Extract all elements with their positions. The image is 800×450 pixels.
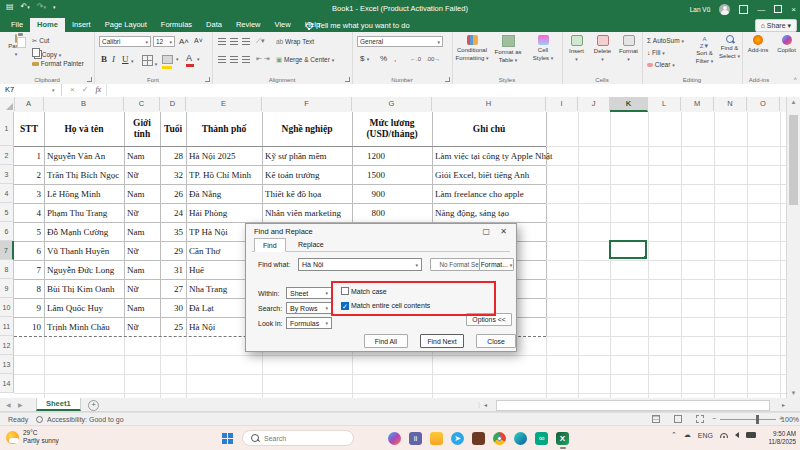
close-dialog-button[interactable]: Close	[476, 334, 516, 348]
merge-center-button[interactable]: ▣ Merge & Center ▾	[276, 56, 334, 64]
hscroll-left-icon[interactable]: ◂	[484, 401, 487, 408]
font-color-dropdown-icon[interactable]: ▾	[197, 56, 200, 62]
weather-widget[interactable]: 29°CPartly sunny	[6, 429, 59, 446]
align-center-icon[interactable]	[230, 56, 238, 63]
cell-B5[interactable]: Phạm Thu Trang	[44, 203, 124, 222]
tab-insert[interactable]: Insert	[65, 18, 98, 32]
cell-A2[interactable]: 1	[14, 146, 44, 165]
wifi-icon[interactable]	[720, 433, 728, 438]
cell-H2[interactable]: Làm việc tại công ty Apple Nhật	[432, 146, 632, 165]
cell-C3[interactable]: Nữ	[124, 165, 160, 184]
cell-D4[interactable]: 26	[160, 184, 186, 203]
taskbar-explorer-icon[interactable]	[430, 432, 443, 445]
taskbar-chrome-icon[interactable]	[493, 432, 506, 445]
cell-D5[interactable]: 24	[160, 203, 186, 222]
copilot-button[interactable]: Copilot	[774, 35, 799, 55]
row-header-7[interactable]: 7	[0, 241, 14, 260]
fill-handle[interactable]	[644, 256, 647, 259]
header-cell-D1[interactable]: Tuổi	[160, 112, 186, 146]
hscroll-right-icon[interactable]: ▸	[782, 401, 785, 408]
view-normal-icon[interactable]	[646, 415, 660, 423]
column-header-O[interactable]: O	[747, 97, 780, 111]
tab-data[interactable]: Data	[199, 18, 229, 32]
font-family-combo[interactable]: Calibri▾	[99, 36, 151, 47]
bold-button[interactable]: B	[101, 54, 107, 64]
within-select[interactable]: Sheet▾	[286, 287, 332, 299]
underline-dropdown-icon[interactable]: ▾	[131, 58, 134, 64]
column-header-J[interactable]: J	[578, 97, 610, 111]
cell-B9[interactable]: Bùi Thị Kim Oanh	[44, 279, 124, 298]
cell-B6[interactable]: Đỗ Mạnh Cường	[44, 222, 124, 241]
enter-icon[interactable]: ✓	[82, 84, 89, 96]
paste-button[interactable]: Paste▾	[4, 35, 28, 58]
sheet-tab-sheet1[interactable]: Sheet1	[36, 398, 81, 411]
vertical-scrollbar[interactable]: ▲ ▼	[786, 97, 800, 398]
row-header-5[interactable]: 5	[0, 203, 14, 222]
header-cell-F1[interactable]: Nghề nghiệp	[262, 112, 352, 146]
find-what-combo[interactable]: Hà Nội▾	[298, 258, 422, 271]
minimize-button[interactable]: —	[757, 5, 765, 14]
lookin-select[interactable]: Formulas▾	[286, 317, 332, 329]
cell-A5[interactable]: 4	[14, 203, 44, 222]
font-color-icon[interactable]: A	[186, 53, 194, 67]
column-header-B[interactable]: B	[44, 97, 124, 111]
cell-F3[interactable]: Kế toán trưởng	[262, 165, 352, 184]
sheet-nav-left-icon[interactable]: ◀	[6, 401, 11, 408]
taskbar-app-icon[interactable]	[472, 432, 485, 445]
cell-A11[interactable]: 10	[14, 317, 44, 336]
start-button[interactable]	[222, 433, 233, 444]
header-cell-C1[interactable]: Giới tính	[124, 112, 160, 146]
format-painter-button[interactable]: Format Painter	[32, 60, 84, 67]
tab-file[interactable]: File	[4, 18, 30, 32]
column-header-I[interactable]: I	[546, 97, 578, 111]
cell-D10[interactable]: 30	[160, 298, 186, 317]
taskbar-excel-icon[interactable]: X	[556, 432, 569, 445]
cell-A3[interactable]: 2	[14, 165, 44, 184]
cell-A10[interactable]: 9	[14, 298, 44, 317]
row-header-8[interactable]: 8	[0, 260, 14, 279]
cell-B3[interactable]: Trần Thị Bích Ngọc	[44, 165, 124, 184]
cell-G3[interactable]: 1500	[352, 165, 388, 184]
fill-button[interactable]: ↓ Fill ▾	[647, 49, 665, 56]
taskbar-copilot-icon[interactable]	[388, 432, 401, 445]
cell-G2[interactable]: 1200	[352, 146, 388, 165]
zoom-slider[interactable]	[720, 419, 776, 420]
cell-A4[interactable]: 3	[14, 184, 44, 203]
cell-C11[interactable]: Nữ	[124, 317, 160, 336]
cell-C2[interactable]: Nam	[124, 146, 160, 165]
cell-E2[interactable]: Hà Nội 2025	[186, 146, 262, 165]
onedrive-icon[interactable]: ☁	[684, 431, 691, 439]
cell-A7[interactable]: 6	[14, 241, 44, 260]
zoom-level[interactable]: 100%	[781, 416, 799, 423]
decrease-decimal-icon[interactable]: .00→	[426, 56, 440, 62]
cell-C4[interactable]: Nam	[124, 184, 160, 203]
zoom-out-icon[interactable]: −	[712, 415, 716, 422]
row-header-12[interactable]: 12	[0, 336, 14, 355]
sheet-nav-right-icon[interactable]: ▶	[18, 401, 23, 408]
vertical-scroll-thumb[interactable]	[789, 115, 798, 205]
align-top-icon[interactable]	[218, 38, 226, 45]
view-page-break-icon[interactable]	[690, 415, 704, 423]
taskbar-edge-icon[interactable]	[514, 432, 527, 445]
row-header-2[interactable]: 2	[0, 146, 14, 165]
cell-B10[interactable]: Lâm Quốc Huy	[44, 298, 124, 317]
formula-input[interactable]	[106, 84, 800, 96]
align-left-icon[interactable]	[218, 56, 226, 63]
horizontal-scroll-thumb[interactable]	[496, 400, 770, 411]
insert-function-icon[interactable]: fx	[95, 84, 101, 96]
zoom-slider-thumb[interactable]	[756, 415, 759, 424]
indent-icons[interactable]: ⇤ ⇥	[256, 55, 270, 63]
cell-C7[interactable]: Nữ	[124, 241, 160, 260]
cell-F2[interactable]: Kỹ sư phần mềm	[262, 146, 352, 165]
header-cell-A1[interactable]: STT	[14, 112, 44, 146]
cell-D3[interactable]: 32	[160, 165, 186, 184]
percent-icon[interactable]: %	[380, 54, 387, 63]
cell-H3[interactable]: Giỏi Excel, biết tiếng Anh	[432, 165, 632, 184]
row-header-10[interactable]: 10	[0, 298, 14, 317]
dialog-maximize-icon[interactable]: ▢	[482, 227, 490, 236]
row-header-14[interactable]: 14	[0, 374, 14, 393]
cell-D2[interactable]: 28	[160, 146, 186, 165]
find-all-button[interactable]: Find All	[364, 334, 408, 348]
header-cell-G1[interactable]: Mức lương (USD/tháng)	[352, 112, 432, 146]
row-header-6[interactable]: 6	[0, 222, 14, 241]
